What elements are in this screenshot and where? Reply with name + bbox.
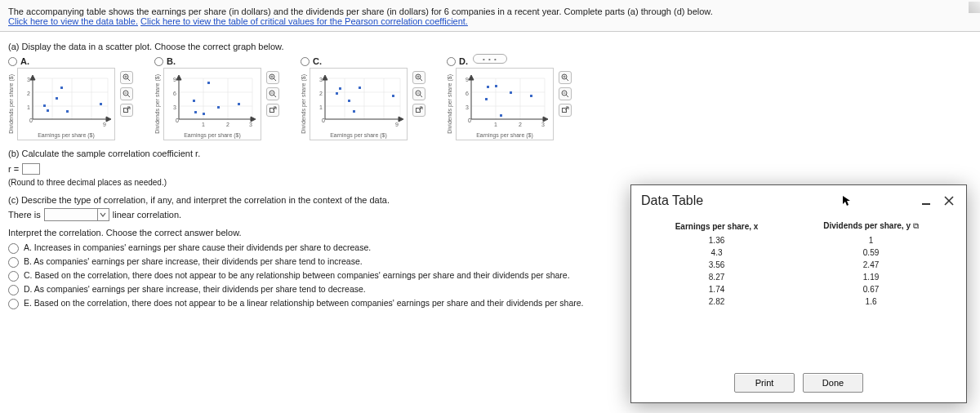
svg-rect-76: [353, 110, 355, 113]
view-data-table-link[interactable]: Click here to view the data table.: [8, 16, 138, 26]
svg-text:3: 3: [249, 122, 252, 127]
cell-x: 8.27: [644, 271, 789, 283]
chart-xlabel: Earnings per share ($): [167, 132, 257, 138]
graph-radio-b[interactable]: [154, 57, 163, 66]
interp-label[interactable]: C. Based on the correlation, there does …: [24, 270, 570, 280]
zoom-out-button[interactable]: [559, 87, 572, 100]
svg-rect-104: [495, 85, 497, 87]
table-row: 4.30.59: [644, 246, 953, 259]
svg-rect-108: [487, 86, 489, 88]
zoom-out-button[interactable]: [120, 87, 133, 100]
graph-radio-c[interactable]: [301, 57, 310, 66]
svg-rect-107: [500, 114, 502, 117]
magnifier-minus-icon: [122, 90, 131, 98]
svg-rect-92: [416, 109, 421, 113]
svg-text:6: 6: [466, 91, 469, 96]
interp-radio-e[interactable]: [8, 299, 19, 309]
table-row: 1.361: [644, 234, 953, 246]
chart-ylabel: Dividends per share ($): [154, 74, 160, 134]
interp-radio-b[interactable]: [8, 257, 19, 268]
graph-radio-label[interactable]: A.: [20, 56, 29, 66]
popout-button[interactable]: [120, 104, 133, 117]
svg-text:2: 2: [319, 91, 323, 96]
svg-text:3: 3: [27, 77, 30, 82]
svg-text:1: 1: [319, 104, 323, 110]
svg-text:0: 0: [322, 118, 325, 123]
svg-text:0: 0: [176, 118, 179, 123]
table-header-x: Earnings per share, x: [644, 218, 789, 234]
view-critical-values-link[interactable]: Click here to view the table of critical…: [140, 16, 468, 26]
svg-line-86: [420, 78, 422, 81]
svg-text:9: 9: [103, 122, 106, 127]
data-table-modal: Data Table Earnings per share, x Dividen…: [630, 184, 967, 403]
zoom-out-button[interactable]: [266, 87, 279, 100]
svg-rect-46: [217, 106, 220, 109]
chart-ylabel: Dividends per share ($): [301, 74, 306, 134]
cell-x: 4.3: [644, 246, 789, 259]
interp-label[interactable]: B. As companies' earnings per share incr…: [24, 256, 363, 266]
svg-line-118: [566, 78, 568, 81]
question-header: The accompanying table shows the earning…: [0, 0, 980, 32]
graph-radio-a[interactable]: [8, 57, 17, 66]
window-resize-handle: [969, 2, 980, 13]
svg-rect-29: [124, 109, 128, 113]
popout-icon: [415, 106, 423, 114]
svg-rect-109: [510, 91, 512, 94]
graph-radio-d[interactable]: [447, 57, 456, 66]
minimize-button[interactable]: [919, 193, 933, 208]
cell-y: 1.6: [789, 295, 953, 308]
svg-line-23: [127, 78, 130, 81]
table-header-y: Dividends per share, y ⧉: [789, 218, 953, 234]
zoom-in-button[interactable]: [120, 71, 133, 84]
svg-text:6: 6: [173, 91, 176, 96]
popout-button[interactable]: [559, 104, 572, 117]
copy-icon[interactable]: ⧉: [913, 221, 919, 230]
svg-rect-11: [43, 104, 46, 107]
interp-label[interactable]: A. Increases in companies' earnings per …: [24, 242, 371, 252]
graph-option-c: C. Dividends per share ($): [301, 56, 425, 140]
table-row: 8.271.19: [644, 271, 953, 283]
graph-option-a: A. Dividends per share ($): [8, 56, 133, 140]
popout-icon: [561, 106, 569, 114]
interp-radio-d[interactable]: [8, 285, 19, 295]
svg-rect-124: [563, 109, 567, 113]
zoom-in-button[interactable]: [266, 71, 279, 84]
zoom-out-button[interactable]: [412, 87, 425, 100]
svg-text:2: 2: [27, 91, 30, 96]
interp-radio-c[interactable]: [8, 271, 19, 282]
svg-text:2: 2: [226, 122, 229, 127]
cell-y: 2.47: [789, 259, 953, 271]
interp-radio-a[interactable]: [8, 243, 19, 254]
popout-button[interactable]: [412, 104, 425, 117]
chart-ylabel: Dividends per share ($): [447, 74, 452, 134]
svg-rect-79: [348, 100, 350, 102]
graph-radio-label[interactable]: B.: [167, 56, 176, 66]
svg-rect-45: [194, 111, 197, 113]
svg-rect-15: [47, 109, 49, 112]
graph-radio-label[interactable]: C.: [313, 56, 322, 66]
correlation-type-select[interactable]: [44, 208, 109, 221]
svg-rect-42: [193, 100, 195, 102]
interp-label[interactable]: D. As companies' earnings per share incr…: [24, 284, 366, 294]
svg-rect-16: [56, 97, 58, 100]
mini-chart-b: 0 3 6 9 123 Earnings per share ($): [163, 68, 261, 140]
expand-pill[interactable]: • • •: [473, 54, 507, 64]
minimize-icon: [920, 195, 932, 206]
magnifier-minus-icon: [561, 90, 569, 98]
popout-button[interactable]: [266, 104, 279, 117]
svg-line-55: [274, 78, 276, 81]
graph-radio-label[interactable]: D.: [459, 56, 468, 66]
modal-title: Data Table: [641, 193, 703, 208]
data-table: Earnings per share, x Dividends per shar…: [644, 218, 953, 308]
done-button[interactable]: Done: [803, 373, 863, 393]
close-button[interactable]: [942, 193, 956, 208]
print-button[interactable]: Print: [734, 373, 795, 393]
there-is-label: There is: [8, 210, 41, 220]
zoom-in-button[interactable]: [412, 71, 425, 84]
interp-label[interactable]: E. Based on the correlation, there does …: [24, 298, 584, 308]
svg-rect-12: [66, 110, 69, 113]
zoom-in-button[interactable]: [559, 71, 572, 84]
linear-correlation-label: linear correlation.: [113, 210, 181, 220]
r-input[interactable]: [22, 163, 40, 175]
svg-line-90: [420, 95, 422, 97]
